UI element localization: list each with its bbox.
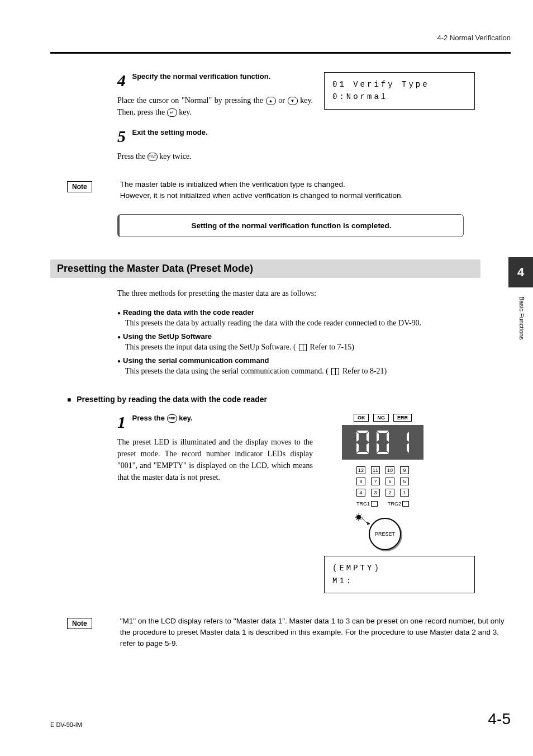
lcd2-line-2: M1:: [332, 575, 467, 587]
step-4-title: Specify the normal verification function…: [132, 72, 271, 81]
svg-marker-0: [356, 431, 369, 433]
svg-marker-11: [377, 432, 379, 442]
svg-line-22: [360, 514, 361, 516]
note-label-1: Note: [67, 181, 92, 192]
svg-marker-6: [377, 431, 389, 433]
note-label-2: Note: [67, 618, 92, 629]
step-4-number: 4: [117, 72, 126, 89]
bullet-2-body: This presets the input data using the Se…: [125, 343, 511, 352]
subsection-heading: Presetting by reading the data with the …: [67, 395, 511, 404]
completion-box: Setting of the normal verification funct…: [117, 214, 464, 237]
svg-marker-12: [407, 432, 409, 442]
step-4-body-pre: Place the cursor on "Normal" by pressing…: [117, 96, 266, 105]
lcd-line-1: 01 Verify Type: [332, 78, 467, 91]
step-1-title: Press the PRE key.: [132, 414, 193, 422]
led-ng: NG: [373, 414, 389, 422]
bullet-3-head: Using the serial communication command: [117, 356, 511, 365]
down-key-icon: ▼: [288, 97, 298, 105]
svg-marker-9: [377, 452, 389, 454]
book-icon: [331, 368, 339, 375]
preset-key-icon: PRE: [167, 414, 177, 423]
digit-0b: [374, 429, 391, 455]
step-4-body: Place the cursor on "Normal" by pressing…: [117, 94, 313, 118]
footer-page-number: 4-5: [488, 710, 511, 728]
step-5-body-pre: Press the: [117, 152, 147, 160]
footer-doc-id: E DV-90-IM: [50, 721, 82, 728]
svg-marker-13: [407, 443, 409, 453]
note-text-2: "M1" on the LCD display refers to "Maste…: [120, 616, 511, 650]
section-heading: Presetting the Master Data (Preset Mode): [50, 259, 480, 278]
chapter-tab-label: Basic Functions: [518, 296, 525, 340]
step-5-body-post: key twice.: [159, 152, 192, 160]
digit-0: [354, 429, 371, 455]
lcd-display-step4: 01 Verify Type 0:Normal: [324, 72, 475, 110]
led-err: ERR: [393, 414, 412, 422]
step-1-body: The preset LED is illuminated and the di…: [117, 436, 313, 483]
seven-segment-display: [342, 425, 423, 460]
svg-marker-1: [367, 432, 369, 442]
svg-point-14: [356, 515, 361, 519]
step-4-body-post: key.: [179, 108, 192, 116]
indicator-grid: 12 11 10 9 8 7 6 5 4 3 2: [324, 466, 441, 497]
preset-led-icon: [355, 513, 363, 521]
svg-marker-5: [356, 432, 359, 442]
step-1-number: 1: [117, 414, 126, 431]
bullet-1-head: Reading the data with the code reader: [117, 308, 511, 316]
svg-marker-7: [387, 432, 389, 442]
svg-marker-23: [367, 522, 370, 525]
svg-line-19: [356, 514, 357, 516]
led-ok: OK: [354, 414, 369, 422]
up-key-icon: ▲: [266, 97, 276, 105]
lcd2-line-1: (EMPTY): [332, 562, 467, 574]
step-5-body: Press the ESC key twice.: [117, 150, 453, 162]
lcd-display-step1: (EMPTY) M1:: [324, 556, 475, 593]
enter-key-icon: ↵: [167, 108, 177, 117]
step-5-title: Exit the setting mode.: [132, 128, 208, 136]
svg-marker-3: [356, 452, 369, 454]
step-5-number: 5: [117, 128, 126, 145]
esc-key-icon: ESC: [147, 153, 158, 161]
chapter-tab: 4: [508, 257, 533, 287]
header-section-ref: 4-2 Normal Verification: [50, 34, 511, 42]
trigger-row: TRG1 TRG2: [324, 501, 441, 507]
step-4-body-mid: or: [278, 96, 287, 105]
trg2-indicator: [402, 501, 409, 507]
svg-line-20: [360, 519, 361, 520]
bullet-2-head: Using the SetUp Software: [117, 332, 511, 341]
lcd-line-2: 0:Normal: [332, 91, 467, 103]
note-text-1: The master table is initialized when the…: [120, 179, 511, 202]
svg-marker-8: [387, 443, 389, 453]
section-intro: The three methods for presetting the mas…: [117, 289, 511, 298]
digit-1: [394, 429, 411, 455]
svg-line-21: [356, 519, 357, 520]
bullet-3-body: This presets the data using the serial c…: [125, 367, 511, 376]
svg-marker-10: [377, 443, 379, 453]
device-panel: OK NG ERR: [324, 414, 441, 593]
trg1-indicator: [371, 501, 378, 507]
book-icon: [299, 344, 307, 351]
preset-button-graphic: PRESET: [369, 518, 401, 550]
bullet-1-body: This presets the data by actually readin…: [125, 319, 511, 328]
svg-marker-4: [356, 443, 359, 453]
svg-marker-2: [367, 443, 369, 453]
